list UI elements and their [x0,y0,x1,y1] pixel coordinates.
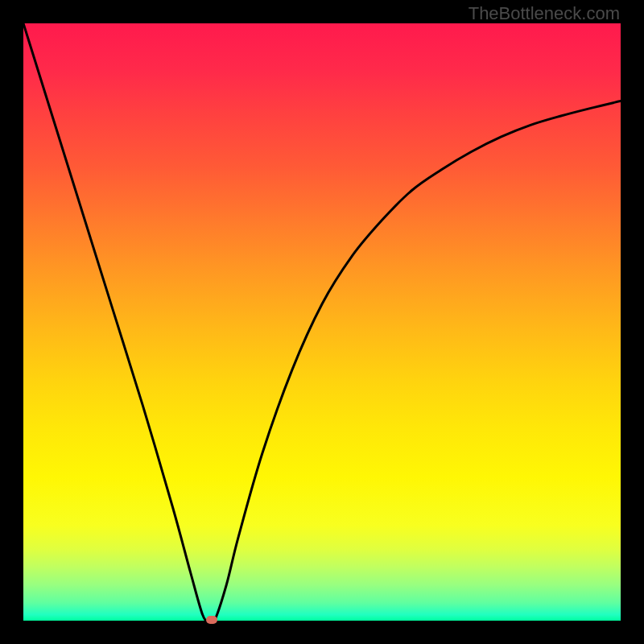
attribution-label: TheBottleneck.com [469,3,620,24]
plot-area [23,23,621,621]
bottleneck-marker [206,616,217,624]
chart-frame: TheBottleneck.com [0,0,644,644]
bottleneck-curve [23,23,621,621]
